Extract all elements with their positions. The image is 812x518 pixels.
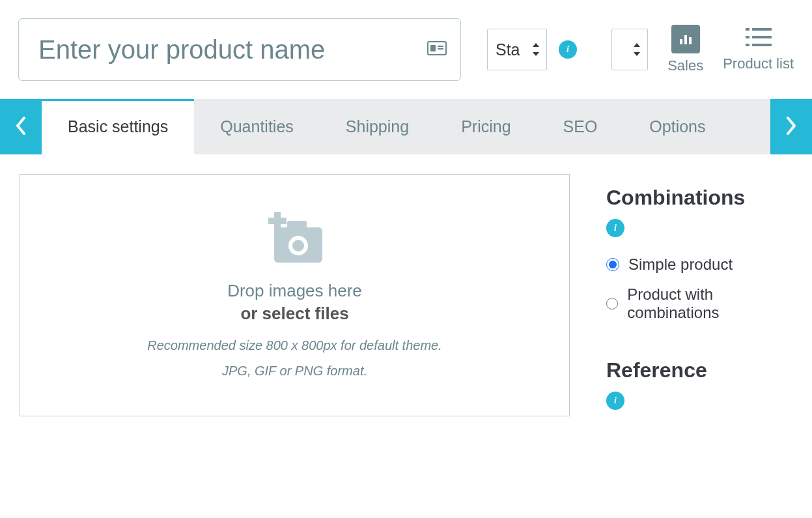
product-list-button[interactable]: Product list xyxy=(723,27,794,73)
bar-chart-icon xyxy=(671,25,700,53)
svg-rect-8 xyxy=(752,28,772,31)
tab-label: Shipping xyxy=(346,117,409,136)
side-panel: Combinations i Simple product Product wi… xyxy=(606,174,792,446)
radio-label: Simple product xyxy=(628,255,733,274)
header: Sta i Sales xyxy=(0,0,812,99)
svg-point-16 xyxy=(292,240,304,252)
combinations-section: Combinations i Simple product Product wi… xyxy=(606,186,792,322)
tab-quantities[interactable]: Quantities xyxy=(194,99,320,154)
svg-rect-1 xyxy=(430,45,436,51)
product-name-input[interactable] xyxy=(18,18,461,81)
svg-rect-18 xyxy=(268,218,287,224)
dropzone-title: Drop images here xyxy=(227,281,362,301)
svg-rect-4 xyxy=(680,39,682,44)
sales-label: Sales xyxy=(667,57,703,74)
product-name-field-wrap xyxy=(18,18,461,81)
tabs-scroll-left[interactable] xyxy=(0,99,42,154)
tab-content: Drop images here or select files Recomme… xyxy=(0,154,812,466)
svg-rect-7 xyxy=(746,28,749,31)
reference-section: Reference i xyxy=(606,358,792,410)
svg-rect-10 xyxy=(752,36,772,38)
tabs-scroll-right[interactable] xyxy=(770,99,812,154)
chevron-right-icon xyxy=(785,117,797,137)
tab-label: Basic settings xyxy=(68,117,168,136)
svg-rect-3 xyxy=(438,48,443,50)
product-list-label: Product list xyxy=(723,55,794,72)
svg-rect-9 xyxy=(746,36,749,38)
svg-rect-6 xyxy=(689,37,692,44)
svg-rect-5 xyxy=(684,35,687,44)
tab-label: Quantities xyxy=(220,117,294,136)
reference-heading: Reference xyxy=(606,358,792,382)
header-right-group: Sales Product list xyxy=(611,25,794,74)
product-type-select[interactable]: Sta xyxy=(487,29,547,70)
image-dropzone[interactable]: Drop images here or select files Recomme… xyxy=(20,174,570,416)
combinations-heading: Combinations xyxy=(606,186,792,210)
id-card-icon xyxy=(427,41,447,58)
camera-plus-icon xyxy=(262,212,328,269)
type-select-group: Sta i xyxy=(487,29,577,70)
radio-product-combinations[interactable]: Product with combinations xyxy=(606,285,792,322)
dropzone-hint-format: JPG, GIF or PNG format. xyxy=(222,364,367,379)
dropzone-hint-size: Recommended size 800 x 800px for default… xyxy=(147,338,441,353)
tab-basic-settings[interactable]: Basic settings xyxy=(42,99,194,154)
tabs-container: Basic settings Quantities Shipping Prici… xyxy=(0,99,812,466)
secondary-select-wrap xyxy=(611,29,648,70)
svg-rect-14 xyxy=(287,221,307,230)
tab-label: Options xyxy=(649,117,705,136)
svg-rect-12 xyxy=(752,44,772,46)
tab-pricing[interactable]: Pricing xyxy=(435,99,537,154)
radio-simple-product-input[interactable] xyxy=(606,258,619,271)
info-icon[interactable]: i xyxy=(606,219,624,237)
chevron-left-icon xyxy=(15,117,27,137)
radio-label: Product with combinations xyxy=(627,285,792,322)
tabs-list: Basic settings Quantities Shipping Prici… xyxy=(42,99,770,154)
info-icon[interactable]: i xyxy=(606,392,624,410)
radio-simple-product[interactable]: Simple product xyxy=(606,255,792,274)
tab-shipping[interactable]: Shipping xyxy=(320,99,435,154)
svg-rect-2 xyxy=(438,46,443,47)
sales-button[interactable]: Sales xyxy=(667,25,703,74)
dropzone-subtitle: or select files xyxy=(240,304,348,324)
info-icon[interactable]: i xyxy=(559,40,577,59)
tab-label: Pricing xyxy=(461,117,511,136)
tab-options[interactable]: Options xyxy=(623,99,731,154)
radio-product-combinations-input[interactable] xyxy=(606,297,618,310)
list-icon xyxy=(746,27,772,51)
secondary-select[interactable] xyxy=(611,29,648,70)
svg-rect-11 xyxy=(746,44,749,46)
tab-label: SEO xyxy=(563,117,598,136)
product-type-select-wrap: Sta xyxy=(487,29,547,70)
tab-seo[interactable]: SEO xyxy=(537,99,624,154)
